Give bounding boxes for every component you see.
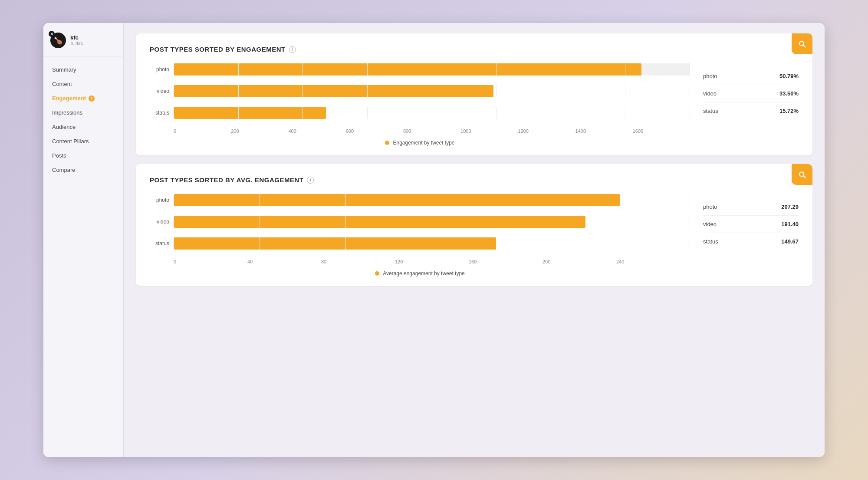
chart2-bars: photo: [150, 194, 690, 250]
profile-icon: 🍗: [54, 36, 62, 45]
main-content: POST TYPES SORTED BY ENGAGEMENT i photo: [124, 23, 825, 457]
bar-fill-status-1: [174, 107, 326, 119]
search-icon: [798, 39, 806, 48]
legend-dot-1: [385, 141, 389, 145]
sidebar-item-content[interactable]: Content: [43, 77, 123, 91]
chart1-legend-label: Engagement by tweet type: [393, 140, 454, 146]
bar-track-photo-2: [174, 194, 690, 206]
legend-row-photo-2: photo 207.29: [703, 198, 799, 216]
sidebar-item-engagement[interactable]: Engagement ?: [43, 91, 123, 105]
chart1-info-icon[interactable]: i: [289, 46, 296, 53]
sidebar-item-posts[interactable]: Posts: [43, 148, 123, 163]
bar-row-video-2: video: [150, 216, 690, 228]
sidebar-item-content-pillars[interactable]: Content Pillars: [43, 134, 123, 148]
bar-label-photo-2: photo: [150, 197, 169, 203]
bar-track-status-2: [174, 237, 690, 250]
sidebar-item-impressions[interactable]: Impressions: [43, 105, 123, 120]
app-container: ✕ 🍗 kfc 𝕏 /kfc Summary Content Engagemen…: [43, 23, 825, 457]
bar-row-photo-2: photo: [150, 194, 690, 206]
legend-row-video-1: video 33.50%: [703, 85, 799, 102]
chart1-area: photo: [150, 63, 690, 146]
profile-section: ✕ 🍗 kfc 𝕏 /kfc: [43, 28, 123, 56]
legend-row-status-2: status 149.67: [703, 233, 799, 250]
avatar: ✕ 🍗: [50, 33, 66, 48]
sidebar-item-compare[interactable]: Compare: [43, 163, 123, 177]
bar-fill-photo-1: [174, 63, 641, 76]
bar-track-photo-1: [174, 63, 690, 76]
bar-fill-video-2: [174, 216, 585, 228]
sidebar-item-summary[interactable]: Summary: [43, 62, 123, 77]
chart1-legend: Engagement by tweet type: [150, 140, 690, 146]
chart2-area: photo: [150, 194, 690, 276]
chart2-legend-table: photo 207.29 video 191.40 status 149.67: [703, 194, 799, 250]
sidebar: ✕ 🍗 kfc 𝕏 /kfc Summary Content Engagemen…: [43, 23, 124, 457]
chart1-bars: photo: [150, 63, 690, 119]
bar-fill-photo-2: [174, 194, 620, 206]
bar-track-video-1: [174, 85, 690, 97]
bar-row-status-2: status: [150, 237, 690, 250]
chart2-title: POST TYPES SORTED BY AVG. ENGAGEMENT: [150, 176, 303, 184]
x-badge: ✕: [49, 31, 55, 37]
search-icon-2: [798, 170, 806, 179]
chart1-legend-table: photo 50.79% video 33.50% status 15.72%: [703, 63, 799, 119]
bar-track-video-2: [174, 216, 690, 228]
legend-row-status-1: status 15.72%: [703, 102, 799, 119]
bar-fill-status-2: [174, 237, 496, 250]
chart-card-avg-engagement: POST TYPES SORTED BY AVG. ENGAGEMENT i p…: [136, 164, 812, 286]
bar-row-video-1: video: [150, 85, 690, 97]
chart2-legend-label: Average engagement by tweet type: [383, 270, 465, 276]
legend-row-photo-1: photo 50.79%: [703, 68, 799, 85]
bar-label-status-2: status: [150, 240, 169, 247]
bar-track-status-1: [174, 107, 690, 119]
chart1-x-labels: 0 200 400 600 800 1000 1200 1400 1600: [174, 128, 690, 134]
bar-label-status-1: status: [150, 110, 169, 116]
chart-card-engagement: POST TYPES SORTED BY ENGAGEMENT i photo: [136, 33, 812, 155]
bar-row-photo-1: photo: [150, 63, 690, 76]
sidebar-item-audience[interactable]: Audience: [43, 120, 123, 134]
legend-dot-2: [375, 271, 379, 276]
sidebar-nav: Summary Content Engagement ? Impressions…: [43, 61, 123, 179]
chart2-x-labels: 0 40 80 120 160 200 240: [174, 259, 690, 264]
legend-row-video-2: video 191.40: [703, 216, 799, 233]
bar-label-video-1: video: [150, 88, 169, 94]
search-button-1[interactable]: [792, 33, 812, 54]
profile-handle: 𝕏 /kfc: [70, 41, 83, 46]
chart2-legend: Average engagement by tweet type: [150, 270, 690, 276]
profile-name: kfc: [70, 34, 83, 41]
bar-fill-video-1: [174, 85, 493, 97]
bar-row-status-1: status: [150, 107, 690, 119]
search-button-2[interactable]: [792, 164, 812, 185]
bar-label-photo-1: photo: [150, 66, 169, 72]
bar-label-video-2: video: [150, 219, 169, 225]
chart2-info-icon[interactable]: i: [307, 177, 314, 184]
chart1-title: POST TYPES SORTED BY ENGAGEMENT: [150, 46, 286, 53]
help-icon[interactable]: ?: [89, 95, 95, 102]
